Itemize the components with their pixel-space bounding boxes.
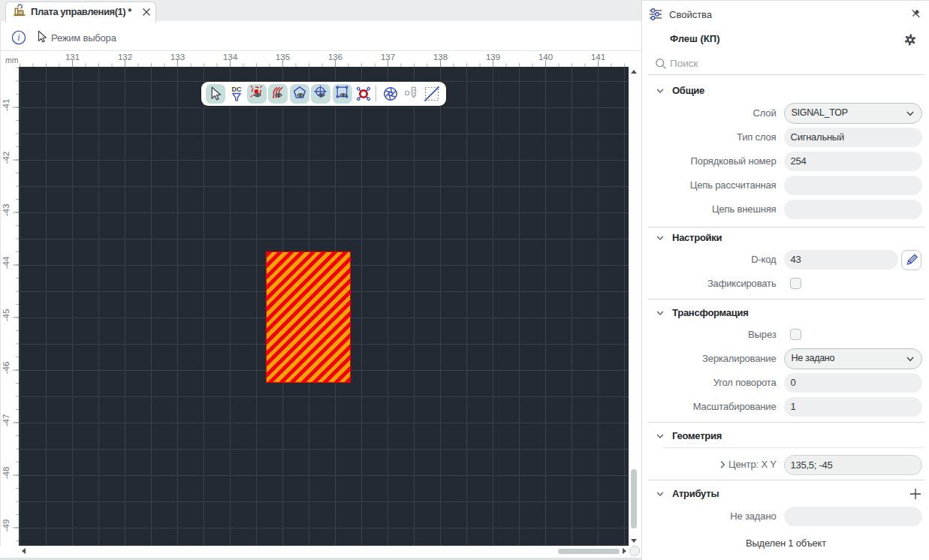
svg-text:136: 136 xyxy=(328,53,342,62)
svg-text:-46: -46 xyxy=(2,362,11,375)
svg-text:-42: -42 xyxy=(2,152,11,164)
svg-text:-47: -47 xyxy=(2,414,11,427)
svg-text:132: 132 xyxy=(118,53,132,62)
svg-text:-49: -49 xyxy=(2,519,11,532)
svg-text:135: 135 xyxy=(276,53,290,62)
svg-text:133: 133 xyxy=(170,53,185,62)
svg-text:-45: -45 xyxy=(2,309,11,322)
svg-text:139: 139 xyxy=(486,53,500,62)
svg-text:DC: DC xyxy=(232,86,242,93)
svg-text:-43: -43 xyxy=(2,204,11,217)
svg-text:140: 140 xyxy=(538,53,553,62)
svg-text:138: 138 xyxy=(433,53,448,62)
svg-text:131: 131 xyxy=(65,53,80,62)
svg-text:-44: -44 xyxy=(2,256,11,269)
svg-text:141: 141 xyxy=(591,53,605,62)
svg-text:i: i xyxy=(17,32,20,43)
svg-text:137: 137 xyxy=(381,53,395,62)
svg-text:-48: -48 xyxy=(2,467,11,480)
svg-text:134: 134 xyxy=(223,53,238,62)
svg-text:-41: -41 xyxy=(2,99,11,112)
